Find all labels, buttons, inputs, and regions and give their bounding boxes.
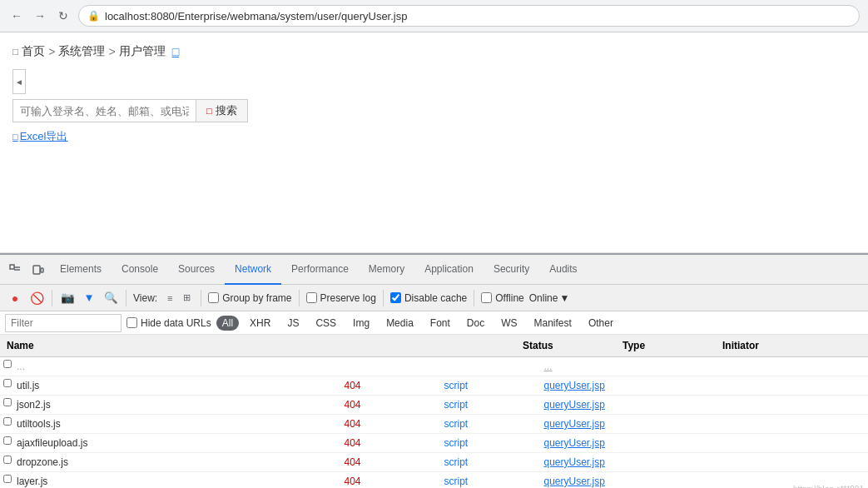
row-status-0: 404 [338,378,438,393]
row-initiator-1[interactable]: queryUser.jsp [538,397,869,412]
group-by-frame-label[interactable]: Group by frame [208,292,291,304]
toolbar-separator-4 [299,290,300,306]
toolbar-separator-1 [52,290,52,306]
filter-type-img[interactable]: Img [347,316,375,331]
excel-export-link[interactable]: □ Excel导出 [12,129,856,144]
offline-checkbox[interactable] [481,292,492,303]
row-select-3[interactable] [3,436,12,445]
view-icons: ≡ ⊞ [162,291,194,306]
row-initiator-0[interactable]: queryUser.jsp [538,378,869,393]
breadcrumb-sep1: > [48,45,55,58]
row-checkbox-0 [0,378,13,393]
breadcrumb-sysadmin[interactable]: 系统管理 [58,44,105,59]
row-name-1: json2.js [13,397,338,412]
view-compact-button[interactable]: ⊞ [179,291,194,306]
filter-type-doc[interactable]: Doc [461,316,490,331]
forward-button[interactable]: → [32,7,48,24]
breadcrumb-home[interactable]: 首页 [22,44,45,59]
row-status-5: 404 [338,474,438,488]
devtools-tab-bar: Elements Console Sources Network Perform… [0,255,868,285]
search-input[interactable] [12,99,196,122]
row-type-0: script [438,378,538,393]
filter-button[interactable]: ▼ [81,290,97,306]
row-checkbox-2 [0,416,13,431]
disable-cache-checkbox[interactable] [390,292,401,303]
filter-type-all[interactable]: All [216,316,239,331]
table-row[interactable]: util.js 404 script queryUser.jsp [0,376,868,396]
table-row[interactable]: dropzone.js 404 script queryUser.jsp [0,453,868,472]
disable-cache-label[interactable]: Disable cache [390,292,467,304]
row-checkbox-trunc [0,359,13,374]
view-label: View: [133,292,157,304]
preserve-log-label[interactable]: Preserve log [306,292,376,304]
tab-security[interactable]: Security [484,255,539,285]
tab-application[interactable]: Application [414,255,484,285]
filter-type-js[interactable]: JS [281,316,305,331]
filter-type-manifest[interactable]: Manifest [528,316,578,331]
filter-type-font[interactable]: Font [424,316,456,331]
hide-data-urls-checkbox[interactable] [126,317,137,328]
scroll-left-button[interactable]: ◄ [12,69,26,94]
tab-elements[interactable]: Elements [50,255,112,285]
table-row[interactable]: utiltools.js 404 script queryUser.jsp [0,415,868,434]
camera-button[interactable]: 📷 [59,290,76,306]
search-button[interactable]: □ 搜索 [196,99,248,122]
browser-chrome: ← → ↻ 🔒 localhost:8080/Enterprise/webman… [0,0,868,32]
group-by-frame-checkbox[interactable] [208,292,219,303]
filter-type-css[interactable]: CSS [310,316,342,331]
stop-button[interactable]: 🚫 [28,290,45,306]
row-checkbox-3 [0,436,13,451]
row-name-3: ajaxfileupload.js [13,436,338,451]
filter-type-other[interactable]: Other [583,316,619,331]
record-button[interactable]: ● [7,290,23,306]
row-checkbox-1 [0,397,13,412]
search-button-2[interactable]: 🔍 [102,290,119,306]
breadcrumb-link-icon[interactable]: □ [172,45,179,58]
online-dropdown[interactable]: Online ▼ [529,292,570,304]
filter-type-media[interactable]: Media [380,316,419,331]
hide-data-urls-label[interactable]: Hide data URLs [126,317,211,329]
back-button[interactable]: ← [8,7,25,24]
preserve-log-checkbox[interactable] [306,292,317,303]
devtools-panel: Elements Console Sources Network Perform… [0,253,868,488]
row-initiator-4[interactable]: queryUser.jsp [538,455,869,470]
filter-bar: Hide data URLs All XHR JS CSS Img Media … [0,311,868,335]
inspect-icon [9,264,21,276]
tab-network[interactable]: Network [225,255,281,285]
breadcrumb: □ 首页 > 系统管理 > 用户管理 □ [12,44,856,59]
tab-sources[interactable]: Sources [168,255,225,285]
device-toolbar-button[interactable] [27,258,50,281]
table-row[interactable]: json2.js 404 script queryUser.jsp [0,396,868,415]
view-list-button[interactable]: ≡ [162,291,177,306]
row-name-0: util.js [13,378,338,393]
row-select-2[interactable] [3,417,12,426]
row-initiator-3[interactable]: queryUser.jsp [538,436,869,451]
row-initiator-2[interactable]: queryUser.jsp [538,416,869,431]
row-select-4[interactable] [3,456,12,464]
row-select-5[interactable] [3,475,12,483]
table-row-truncated[interactable]: ... ... [0,357,868,376]
row-checkbox-4 [0,455,13,470]
filter-input[interactable] [5,314,122,332]
offline-label[interactable]: Offline [481,292,523,304]
inspect-element-button[interactable] [3,258,27,281]
excel-icon: □ [12,132,18,142]
table-row[interactable]: layer.js 404 script queryUser.jsp [0,472,868,488]
address-bar[interactable]: 🔒 localhost:8080/Enterprise/webmana/syst… [78,5,860,27]
filter-type-ws[interactable]: WS [495,316,523,331]
row-select-0[interactable] [3,379,12,387]
tab-audits[interactable]: Audits [539,255,587,285]
filter-type-xhr[interactable]: XHR [244,316,276,331]
row-select-trunc[interactable] [3,360,12,368]
tab-console[interactable]: Console [112,255,168,285]
tab-memory[interactable]: Memory [359,255,414,285]
tab-performance[interactable]: Performance [281,255,359,285]
row-select-1[interactable] [3,398,12,406]
table-row[interactable]: ajaxfileupload.js 404 script queryUser.j… [0,434,868,453]
toolbar-separator-5 [383,290,384,306]
refresh-button[interactable]: ↻ [55,7,72,24]
row-type-3: script [438,436,538,451]
row-type-2: script [438,416,538,431]
breadcrumb-usermgmt[interactable]: 用户管理 [119,44,166,59]
col-header-status: Status [516,338,616,353]
